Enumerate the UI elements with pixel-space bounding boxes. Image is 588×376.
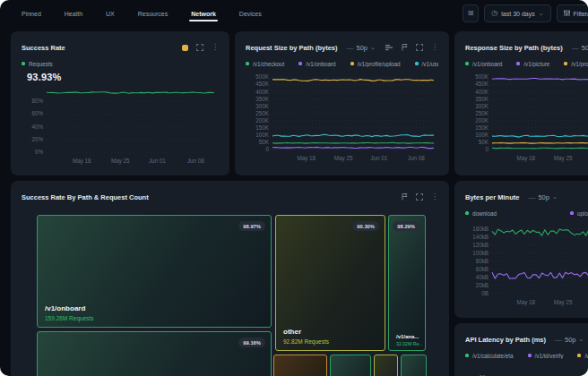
- legend-item[interactable]: Requests: [22, 61, 53, 67]
- flag-icon[interactable]: [401, 193, 408, 201]
- svg-text:20%: 20%: [31, 136, 43, 142]
- legend: /v1/checkout/v1/onboard/v1/profile/uploa…: [246, 60, 438, 67]
- clock-icon: ◷: [491, 10, 497, 17]
- percentile-dropdown[interactable]: — 50p ⌄: [347, 44, 376, 52]
- panel-api-latency: API Latency by Path (ms) — 50p ⌄ /v1/cal…: [454, 323, 588, 376]
- legend-item[interactable]: download: [465, 210, 556, 217]
- svg-text:350K: 350K: [475, 96, 489, 102]
- percentile-dropdown[interactable]: — 50p ⌄: [572, 44, 588, 52]
- legend-label: /v1/onboard: [472, 61, 502, 67]
- legend-dot: [298, 62, 302, 65]
- treemap-cell-picture[interactable]: /v1/picture: [273, 355, 327, 376]
- expand-icon[interactable]: [416, 193, 423, 201]
- legend-dot: [570, 211, 574, 215]
- svg-text:May 25: May 25: [111, 158, 130, 165]
- flag-icon[interactable]: [401, 44, 408, 51]
- expand-icon[interactable]: [196, 44, 203, 51]
- legend-label: download: [472, 210, 497, 217]
- legend-item[interactable]: /v1/onboard: [577, 353, 588, 359]
- tab-devices[interactable]: Devices: [238, 2, 264, 25]
- treemap-cell-label: /v1/onboard: [45, 304, 85, 312]
- tab-resources[interactable]: Resources: [136, 2, 169, 25]
- percentile-label: 50p: [538, 193, 549, 201]
- svg-text:May 25: May 25: [554, 299, 573, 306]
- legend-item[interactable]: /v1/checkout: [246, 61, 284, 67]
- filter-label: Filter/Co: [574, 11, 588, 17]
- svg-text:400K: 400K: [475, 89, 489, 95]
- legend-item[interactable]: /v1/onboard: [465, 61, 502, 67]
- dash-glyph: —: [528, 193, 535, 201]
- svg-text:400K: 400K: [255, 89, 270, 95]
- legend-item[interactable]: /v1/user/<id>/profile: [415, 61, 438, 67]
- panel-request-size: Request Size by Path (bytes) — 50p ⌄ ⋮ /…: [235, 31, 449, 175]
- tab-ux[interactable]: UX: [104, 2, 117, 25]
- treemap-cell-second[interactable]: 99.16%: [37, 331, 272, 376]
- svg-text:450K: 450K: [255, 81, 270, 87]
- grid-icon: ⊞: [468, 10, 474, 17]
- success-rate-badge: 98.97%: [238, 221, 265, 231]
- treemap-cell-other[interactable]: 90.30%other92.82M Requests: [275, 215, 385, 351]
- svg-text:50K: 50K: [259, 139, 270, 145]
- svg-text:80%: 80%: [31, 98, 43, 104]
- api-latency-chart: 20sMay 18May 25Jun 01Jun 08: [465, 363, 588, 376]
- percentile-dropdown[interactable]: — 50p ⌄: [555, 336, 584, 344]
- legend-item[interactable]: /v1/profile/upload: [350, 61, 401, 67]
- legend-item[interactable]: upload: [570, 210, 588, 217]
- response-size-chart: 050K100K150K200K250K300K350K400K450K500K…: [465, 71, 588, 163]
- kebab-menu-icon[interactable]: ⋮: [212, 44, 219, 51]
- panel-title: API Latency by Path (ms): [465, 336, 546, 344]
- dashboard-grid-button[interactable]: ⊞: [463, 4, 480, 22]
- panel-header: API Latency by Path (ms) — 50p ⌄: [465, 334, 588, 345]
- legend-dot: [246, 62, 249, 65]
- treemap-cell-notifications[interactable]: /v1/notifi...: [330, 355, 371, 376]
- kebab-menu-icon[interactable]: ⋮: [431, 193, 438, 201]
- filter-button[interactable]: Filter/Co: [557, 4, 588, 22]
- legend-label: upload: [577, 210, 588, 217]
- treemap-cell-onboard[interactable]: 98.97%/v1/onboard159.26M Requests: [37, 215, 272, 328]
- legend-item[interactable]: /v1/picture: [516, 61, 549, 67]
- panel-title: Request Size by Path (bytes): [246, 44, 338, 52]
- dash-glyph: —: [347, 44, 354, 52]
- legend-item[interactable]: /v1/profile/upload: [564, 61, 588, 67]
- success-rate-badge: 98.29%: [393, 221, 419, 231]
- insights-icon[interactable]: [385, 44, 393, 51]
- svg-text:120kB: 120kB: [472, 242, 489, 248]
- legend-dot: [465, 354, 469, 357]
- treemap-cell-requests: 32.02M Re...: [396, 341, 423, 346]
- date-range-label: last 30 days: [501, 11, 534, 17]
- panel-title: Success Rate: [22, 44, 65, 52]
- legend-dot: [22, 62, 25, 65]
- kebab-menu-icon[interactable]: ⋮: [431, 44, 438, 51]
- success-rate-badge: 90.30%: [352, 221, 379, 231]
- treemap-cell-small-1[interactable]: [374, 355, 398, 376]
- tab-network[interactable]: Network: [189, 2, 218, 25]
- tab-pinned[interactable]: Pinned: [20, 2, 43, 25]
- success-rate-value: 93.93%: [27, 72, 219, 82]
- filter-icon: [564, 10, 570, 18]
- legend-label: /v1/profile/upload: [571, 61, 588, 67]
- legend-dot: [465, 62, 469, 65]
- treemap-cell-requests: 92.82M Requests: [283, 338, 329, 345]
- legend-dot: [465, 211, 469, 215]
- tab-health[interactable]: Health: [63, 2, 84, 25]
- date-range-dropdown[interactable]: ◷ last 30 days ⌄: [484, 4, 550, 22]
- panel-title: Bytes per Minute: [465, 193, 519, 201]
- svg-text:200K: 200K: [255, 117, 270, 124]
- alert-icon[interactable]: [181, 44, 188, 51]
- legend-item[interactable]: /v1/calculate/eta: [465, 353, 514, 359]
- svg-text:100kB: 100kB: [472, 250, 489, 256]
- panel-header: Bytes per Minute — 50p ⌄: [465, 192, 588, 202]
- treemap-cell-small-2[interactable]: [401, 355, 427, 376]
- legend-item[interactable]: /v1/id/verify: [528, 353, 564, 359]
- percentile-dropdown[interactable]: — 50p ⌄: [528, 193, 557, 201]
- treemap-cell-analytics[interactable]: 98.29%/v1/ana...32.02M Re...: [388, 215, 426, 351]
- svg-text:350K: 350K: [255, 96, 270, 102]
- expand-icon[interactable]: [416, 44, 423, 51]
- legend-dot: [564, 62, 567, 65]
- svg-text:300K: 300K: [255, 103, 270, 109]
- panel-title: Response Size by Path (bytes): [465, 44, 563, 52]
- svg-text:May 18: May 18: [73, 158, 91, 165]
- legend-item[interactable]: /v1/onboard: [298, 61, 335, 67]
- panel-header: Response Size by Path (bytes) — 50p ⌄: [465, 42, 588, 53]
- svg-text:250K: 250K: [255, 110, 270, 116]
